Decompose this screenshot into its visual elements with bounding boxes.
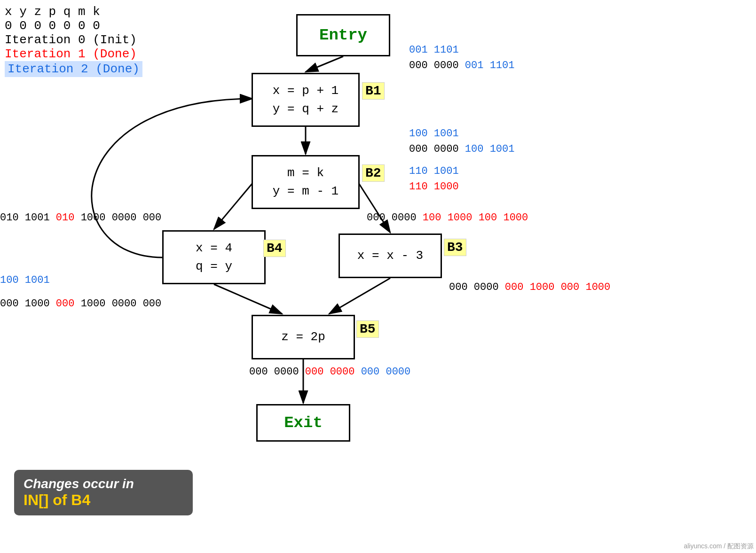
var-row: x y z p q m k [5,5,142,19]
node-b1: x = p + 1 y = q + z [252,73,360,127]
node-b5: z = 2p [252,315,355,359]
b5-label: B5 [356,320,379,338]
b3-label: B3 [444,239,466,256]
svg-line-6 [329,278,390,314]
iter2: Iteration 2 (Done) [5,61,142,77]
node-b4: x = 4 q = y [162,230,266,284]
svg-line-5 [214,284,282,314]
node-b2: m = k y = m - 1 [252,155,360,209]
b1-label: B1 [362,82,385,100]
svg-line-1 [306,56,343,72]
watermark: aliyuncs.com / 配图资源 [684,542,754,551]
b2-text: m = k y = m - 1 [273,164,339,201]
top-left-info: x y z p q m k 0 0 0 0 0 0 0 Iteration 0 … [5,5,142,77]
b2-left-ann: 010 1001 010 1000 0000 000 [0,210,161,226]
b2-right-ann-bottom: 000 0000 100 1000 100 1000 [367,210,528,226]
iter0: Iteration 0 (Init) [5,33,142,47]
node-entry: Entry [296,14,390,56]
b4-left-top: 100 1001 [0,273,50,288]
entry-label: Entry [319,23,367,47]
b2-ann-right: 110 1001 110 1000 [409,164,459,195]
svg-line-3 [214,183,252,229]
b2-label: B2 [362,164,385,182]
b1-ann-right: 100 1001 000 0000 100 1001 [409,126,514,157]
b4-label: B4 [263,240,286,257]
b5-ann-below: 000 0000 000 0000 000 0000 [249,364,410,380]
changes-line2: IN[] of B4 [24,491,183,509]
exit-label: Exit [284,411,323,435]
b1-text: x = p + 1 y = q + z [273,82,339,118]
zero-row: 0 0 0 0 0 0 0 [5,19,142,33]
b3-ann-right: 000 0000 000 1000 000 1000 [449,280,610,295]
changes-box: Changes occur in IN[] of B4 [14,470,193,515]
entry-ann-top: 001 1101 000 0000 001 1101 [409,42,514,73]
b5-text: z = 2p [281,328,325,346]
changes-line1: Changes occur in [24,476,183,491]
b3-text: x = x - 3 [357,247,423,265]
b4-left-bottom: 000 1000 000 1000 0000 000 [0,296,161,312]
node-exit: Exit [256,404,350,442]
b4-text: x = 4 q = y [196,239,232,276]
iter1: Iteration 1 (Done) [5,47,142,61]
node-b3: x = x - 3 [339,234,442,278]
